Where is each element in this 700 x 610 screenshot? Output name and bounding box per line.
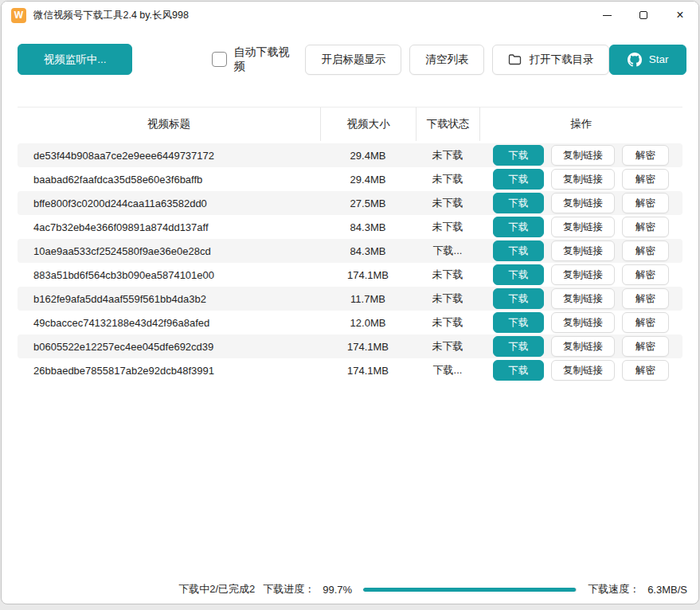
maximize-button[interactable] (625, 2, 662, 29)
close-icon: × (676, 9, 683, 22)
auto-download-checkbox[interactable] (212, 52, 226, 67)
video-size: 29.4MB (320, 150, 416, 162)
video-title: 49cbaccec74132188e43d42f96a8afed (18, 317, 320, 329)
table-body: de53f44b908aa7ce2e9eee6449737172 29.4MB … (18, 143, 682, 382)
download-status: 未下载 (416, 268, 479, 282)
video-size: 27.5MB (320, 197, 416, 209)
progress-bar (363, 588, 577, 592)
row-actions: 下载 复制链接 解密 (479, 264, 682, 285)
copy-link-button[interactable]: 复制链接 (551, 169, 615, 190)
app-window: W 微信视频号下载工具2.4 by.长风998 × 视频监听中... 自动下载视… (1, 1, 699, 604)
table-row: 883a51bd6f564cb3b090ea5874101e00 174.1MB… (18, 263, 682, 287)
copy-link-button[interactable]: 复制链接 (551, 264, 615, 285)
video-title: 883a51bd6f564cb3b090ea5874101e00 (18, 269, 320, 281)
download-button[interactable]: 下载 (493, 193, 544, 213)
row-actions: 下载 复制链接 解密 (479, 145, 682, 166)
table-row: b0605522e12257ec4ee045dfe692cd39 174.1MB… (18, 334, 682, 358)
toolbar: 视频监听中... 自动下载视频 开启标题显示 清空列表 打开下载目录 Star (2, 29, 698, 75)
decrypt-button[interactable]: 解密 (622, 264, 669, 285)
table-row: 49cbaccec74132188e43d42f96a8afed 12.0MB … (18, 311, 682, 334)
video-size: 84.3MB (320, 221, 416, 233)
video-title: b0605522e12257ec4ee045dfe692cd39 (18, 341, 320, 353)
download-button[interactable]: 下载 (493, 217, 544, 237)
github-star-label: Star (649, 53, 669, 65)
video-size: 11.7MB (320, 293, 416, 305)
window-title: 微信视频号下载工具2.4 by.长风998 (33, 9, 189, 22)
decrypt-button[interactable]: 解密 (622, 288, 669, 309)
minimize-button[interactable] (589, 2, 625, 29)
column-header-title: 视频标题 (18, 108, 320, 141)
download-button[interactable]: 下载 (493, 145, 544, 166)
download-button[interactable]: 下载 (493, 336, 544, 357)
decrypt-button[interactable]: 解密 (622, 360, 669, 381)
progress-label: 下载进度： (263, 582, 315, 596)
copy-link-button[interactable]: 复制链接 (551, 193, 615, 213)
speed-value: 6.3MB/S (647, 584, 687, 596)
video-title: b162fe9afa5dd4aaf559f561bb4da3b2 (18, 293, 320, 305)
downloading-count: 下载中2/已完成2 (178, 582, 255, 596)
video-size: 84.3MB (320, 245, 416, 257)
decrypt-button[interactable]: 解密 (622, 336, 669, 357)
video-title: 4ac7b32eb4e366f09891a874dd137aff (18, 221, 320, 233)
download-status: 未下载 (416, 220, 479, 234)
row-actions: 下载 复制链接 解密 (479, 240, 682, 261)
table-row: bffe800f3c0200d244caa11a63582dd0 27.5MB … (18, 191, 682, 215)
close-button[interactable]: × (662, 2, 698, 29)
download-status: 下载... (416, 363, 479, 377)
video-title: bffe800f3c0200d244caa11a63582dd0 (18, 197, 320, 209)
copy-link-button[interactable]: 复制链接 (551, 217, 615, 237)
auto-download-group: 自动下载视频 (212, 45, 297, 74)
copy-link-button[interactable]: 复制链接 (551, 145, 615, 166)
decrypt-button[interactable]: 解密 (622, 169, 669, 190)
clear-list-button[interactable]: 清空列表 (409, 45, 484, 75)
download-button[interactable]: 下载 (493, 240, 544, 261)
video-title: 10ae9aa533cf2524580f9ae36e0e28cd (18, 245, 320, 257)
copy-link-button[interactable]: 复制链接 (551, 240, 615, 261)
row-actions: 下载 复制链接 解密 (479, 288, 682, 309)
github-icon (628, 53, 642, 67)
github-star-button[interactable]: Star (609, 45, 686, 75)
download-button[interactable]: 下载 (493, 360, 544, 381)
download-status: 下载... (416, 244, 479, 258)
row-actions: 下载 复制链接 解密 (479, 193, 682, 213)
decrypt-button[interactable]: 解密 (622, 193, 669, 213)
maximize-icon (639, 11, 647, 19)
download-button[interactable]: 下载 (493, 169, 544, 190)
table-row: 10ae9aa533cf2524580f9ae36e0e28cd 84.3MB … (18, 239, 682, 263)
table-row: de53f44b908aa7ce2e9eee6449737172 29.4MB … (18, 143, 682, 167)
video-title: de53f44b908aa7ce2e9eee6449737172 (18, 150, 320, 162)
auto-download-label: 自动下载视频 (234, 45, 298, 74)
minimize-icon (603, 15, 612, 16)
download-button[interactable]: 下载 (493, 288, 544, 309)
copy-link-button[interactable]: 复制链接 (551, 336, 615, 357)
download-status: 未下载 (416, 196, 479, 210)
copy-link-button[interactable]: 复制链接 (551, 360, 615, 381)
row-actions: 下载 复制链接 解密 (479, 312, 682, 333)
decrypt-button[interactable]: 解密 (622, 312, 669, 333)
window-controls: × (589, 2, 698, 29)
copy-link-button[interactable]: 复制链接 (551, 312, 615, 333)
download-button[interactable]: 下载 (493, 312, 544, 333)
video-size: 174.1MB (320, 341, 416, 353)
toggle-title-display-button[interactable]: 开启标题显示 (305, 45, 401, 75)
copy-link-button[interactable]: 复制链接 (551, 288, 615, 309)
open-download-dir-label: 打开下载目录 (529, 53, 593, 67)
app-icon: W (11, 8, 26, 23)
speed-label: 下载速度： (588, 582, 639, 596)
progress-fill (363, 588, 576, 592)
table-row: baabad62faafdca35d58e60e3f6baffb 29.4MB … (18, 167, 682, 191)
open-download-dir-button[interactable]: 打开下载目录 (492, 45, 609, 75)
column-header-actions: 操作 (479, 108, 682, 141)
decrypt-button[interactable]: 解密 (622, 145, 669, 166)
download-status: 未下载 (416, 315, 479, 330)
row-actions: 下载 复制链接 解密 (479, 360, 682, 381)
download-button[interactable]: 下载 (493, 264, 544, 285)
video-title: baabad62faafdca35d58e60e3f6baffb (18, 174, 320, 186)
decrypt-button[interactable]: 解密 (622, 240, 669, 261)
video-listening-button[interactable]: 视频监听中... (18, 44, 132, 75)
download-status: 未下载 (416, 339, 479, 354)
video-size: 174.1MB (320, 269, 416, 281)
table-row: 26bbaedbe7855817ab2e92dcb48f3991 174.1MB… (18, 358, 682, 382)
decrypt-button[interactable]: 解密 (622, 217, 669, 237)
progress-value: 99.7% (323, 584, 352, 596)
